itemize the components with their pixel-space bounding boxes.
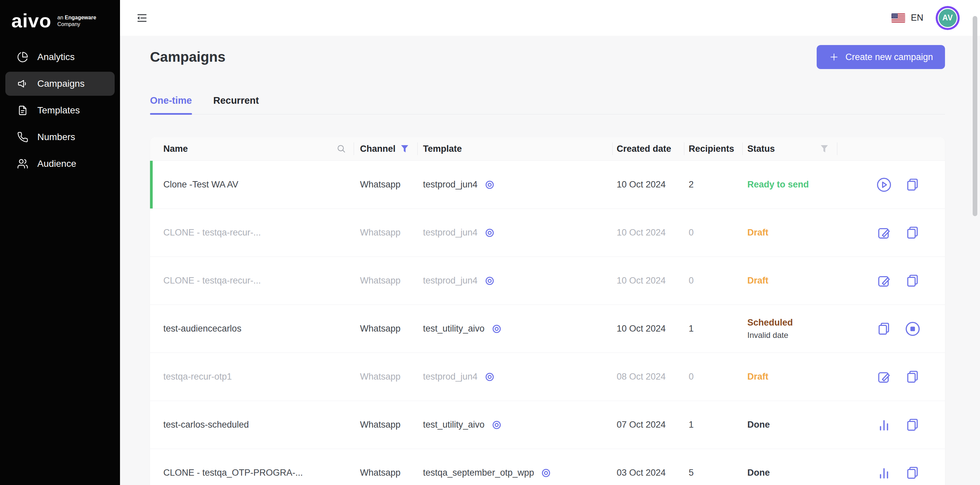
campaign-created-date: 03 Oct 2024 xyxy=(617,467,666,478)
preview-template-eye-icon[interactable] xyxy=(484,179,495,190)
clone-campaign-button[interactable] xyxy=(905,177,920,193)
preview-template-eye-icon[interactable] xyxy=(541,467,551,478)
campaign-name: CLONE - testqa_OTP-PROGRA-... xyxy=(163,467,303,478)
campaign-created-date: 10 Oct 2024 xyxy=(617,228,666,238)
column-header-status: Status xyxy=(747,144,775,154)
sidebar-item-campaigns[interactable]: Campaigns xyxy=(5,72,115,96)
edit-icon xyxy=(877,369,892,384)
document-icon xyxy=(17,104,29,116)
copy-icon xyxy=(905,417,920,432)
campaign-created-date: 10 Oct 2024 xyxy=(617,179,666,190)
phone-icon xyxy=(17,131,29,143)
status-subtext: Invalid date xyxy=(747,330,788,340)
campaign-name: test-carlos-scheduled xyxy=(163,420,249,430)
us-flag-icon[interactable] xyxy=(891,13,905,23)
campaign-created-date: 07 Oct 2024 xyxy=(617,420,666,430)
campaign-channel: Whatsapp xyxy=(360,372,401,382)
campaign-channel: Whatsapp xyxy=(360,276,401,286)
campaign-template: testprod_jun4 xyxy=(423,372,478,382)
preview-template-eye-icon[interactable] xyxy=(484,372,495,382)
sidebar-item-audience[interactable]: Audience xyxy=(5,152,115,176)
page-title: Campaigns xyxy=(150,49,225,65)
column-header-name: Name xyxy=(163,144,188,154)
campaign-recipients: 1 xyxy=(689,324,694,334)
sidebar-item-label: Numbers xyxy=(37,132,75,142)
sidebar-item-templates[interactable]: Templates xyxy=(5,98,115,123)
campaign-template: testqa_september_otp_wpp xyxy=(423,467,534,478)
collapse-sidebar-button[interactable] xyxy=(135,11,150,26)
channel-filter-icon[interactable] xyxy=(399,144,410,154)
preview-template-eye-icon[interactable] xyxy=(492,420,502,430)
campaign-template: testprod_jun4 xyxy=(423,179,478,190)
campaign-name: test-audiencecarlos xyxy=(163,324,241,334)
status-filter-icon[interactable] xyxy=(819,144,830,154)
copy-icon xyxy=(877,321,892,337)
sidebar-item-numbers[interactable]: Numbers xyxy=(5,125,115,149)
table-row[interactable]: CLONE - testqa_OTP-PROGRA-... Whatsapp t… xyxy=(150,448,945,485)
campaign-recipients: 5 xyxy=(689,467,694,478)
plus-icon xyxy=(829,52,839,62)
table-row[interactable]: CLONE - testqa-recur-... Whatsapp testpr… xyxy=(150,257,945,305)
campaign-channel: Whatsapp xyxy=(360,324,401,334)
table-row[interactable]: test-carlos-scheduled Whatsapp test_util… xyxy=(150,400,945,448)
copy-icon xyxy=(905,465,920,481)
copy-icon xyxy=(905,369,920,384)
table-row[interactable]: CLONE - testqa-recur-... Whatsapp testpr… xyxy=(150,209,945,257)
edit-icon xyxy=(877,225,892,241)
play-campaign-button[interactable] xyxy=(877,177,892,193)
edit-campaign-button[interactable] xyxy=(877,225,892,241)
tab-one-time[interactable]: One-time xyxy=(150,95,192,114)
table-row[interactable]: test-audiencecarlos Whatsapp test_utilit… xyxy=(150,305,945,353)
status-badge: Done xyxy=(747,420,770,430)
stop-campaign-button[interactable] xyxy=(905,321,920,337)
clone-campaign-button[interactable] xyxy=(905,465,920,481)
tab-recurrent[interactable]: Recurrent xyxy=(213,95,259,114)
campaign-template: test_utility_aivo xyxy=(423,324,485,334)
collapse-sidebar-icon xyxy=(135,11,149,25)
edit-icon xyxy=(877,273,892,289)
status-badge: Draft xyxy=(747,276,768,286)
bar-chart-icon xyxy=(877,417,892,432)
campaign-recipients: 0 xyxy=(689,276,694,286)
campaign-channel: Whatsapp xyxy=(360,179,401,190)
edit-campaign-button[interactable] xyxy=(877,273,892,289)
avatar[interactable]: AV xyxy=(939,9,957,27)
campaign-recipients: 2 xyxy=(689,179,694,190)
language-label[interactable]: EN xyxy=(911,13,923,23)
logo-text: aivo xyxy=(11,11,51,30)
vertical-scrollbar[interactable] xyxy=(973,16,977,216)
report-chart-button[interactable] xyxy=(877,465,892,481)
report-chart-button[interactable] xyxy=(877,417,892,432)
people-icon xyxy=(17,158,29,170)
sidebar-item-label: Templates xyxy=(37,105,80,116)
edit-campaign-button[interactable] xyxy=(877,369,892,384)
megaphone-icon xyxy=(17,78,29,90)
search-icon[interactable] xyxy=(336,144,346,154)
clone-campaign-button[interactable] xyxy=(877,321,892,337)
campaign-name: testqa-recur-otp1 xyxy=(163,372,232,382)
preview-template-eye-icon[interactable] xyxy=(484,228,495,238)
sidebar-item-analytics[interactable]: Analytics xyxy=(5,45,115,69)
logo-tagline: an Engageware Company xyxy=(57,14,96,30)
clone-campaign-button[interactable] xyxy=(905,273,920,289)
campaign-name: CLONE - testqa-recur-... xyxy=(163,276,261,286)
table-row[interactable]: testqa-recur-otp1 Whatsapp testprod_jun4… xyxy=(150,353,945,400)
topbar: EN AV xyxy=(120,0,980,36)
table-row[interactable]: Clone -Test WA AV Whatsapp testprod_jun4… xyxy=(150,160,945,209)
column-header-channel: Channel xyxy=(360,144,396,154)
campaign-channel: Whatsapp xyxy=(360,467,401,478)
clone-campaign-button[interactable] xyxy=(905,369,920,384)
clone-campaign-button[interactable] xyxy=(905,225,920,241)
brand-logo: aivo an Engageware Company xyxy=(0,0,120,30)
campaign-recipients: 1 xyxy=(689,420,694,430)
create-new-campaign-button[interactable]: Create new campaign xyxy=(817,45,945,69)
preview-template-eye-icon[interactable] xyxy=(492,324,502,334)
campaign-template: testprod_jun4 xyxy=(423,228,478,238)
campaign-name: CLONE - testqa-recur-... xyxy=(163,228,261,238)
clone-campaign-button[interactable] xyxy=(905,417,920,432)
preview-template-eye-icon[interactable] xyxy=(484,276,495,286)
status-badge: Done xyxy=(747,467,770,478)
sidebar-item-label: Audience xyxy=(37,158,76,169)
status-badge: Draft xyxy=(747,228,768,238)
table-header-row: Name Channel Template Created date Recip… xyxy=(150,137,945,160)
